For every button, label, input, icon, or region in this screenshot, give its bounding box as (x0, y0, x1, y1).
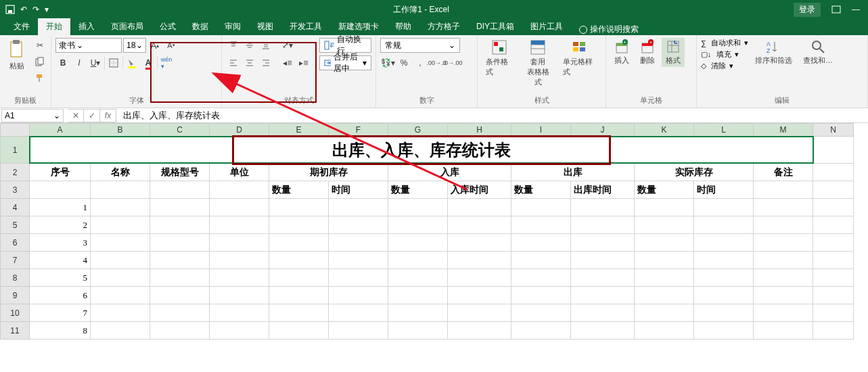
undo-icon[interactable]: ↶ (20, 5, 27, 14)
cell[interactable] (635, 287, 694, 304)
cell[interactable] (210, 322, 269, 340)
cell[interactable] (388, 199, 448, 216)
cell[interactable] (91, 304, 150, 322)
cell[interactable] (754, 287, 813, 304)
font-name-select[interactable]: 隶书⌄ (55, 38, 122, 53)
col-header[interactable]: L (694, 123, 754, 137)
tab-data[interactable]: 数据 (184, 18, 216, 35)
col-header[interactable]: B (91, 123, 150, 137)
cell[interactable]: 期初库存 (269, 164, 388, 181)
tab-insert[interactable]: 插入 (70, 18, 103, 35)
cell[interactable] (91, 269, 150, 287)
cell[interactable] (388, 269, 448, 287)
cell[interactable]: 1 (30, 199, 91, 216)
cell[interactable] (91, 287, 150, 304)
cell[interactable] (150, 216, 210, 234)
cell[interactable] (754, 234, 813, 252)
cell[interactable] (150, 181, 210, 199)
cell[interactable]: 6 (30, 287, 91, 304)
col-header[interactable]: J (571, 123, 635, 137)
insert-cells-button[interactable]: + 插入 (610, 38, 633, 67)
underline-button[interactable]: U▾ (88, 55, 103, 70)
cell[interactable] (754, 269, 813, 287)
cell[interactable] (571, 287, 635, 304)
cell[interactable] (511, 322, 571, 340)
merge-center-button[interactable]: 合并后居中 ▾ (319, 55, 371, 70)
cell[interactable] (329, 322, 388, 340)
col-header[interactable]: I (511, 123, 571, 137)
cut-button[interactable]: ✂ (32, 38, 47, 53)
cell[interactable] (813, 199, 854, 216)
cell[interactable] (150, 234, 210, 252)
cell[interactable] (329, 304, 388, 322)
cell[interactable] (91, 252, 150, 269)
cell[interactable]: 实际库存 (635, 164, 754, 181)
align-right-button[interactable] (258, 55, 273, 70)
cell[interactable] (813, 304, 854, 322)
border-button[interactable] (106, 55, 121, 70)
tab-ffgz[interactable]: 方方格子 (419, 18, 468, 35)
align-center-button[interactable] (242, 55, 257, 70)
sort-filter-button[interactable]: AZ 排序和筛选 (751, 38, 796, 67)
cell[interactable] (329, 234, 388, 252)
cell[interactable] (269, 252, 329, 269)
align-middle-button[interactable] (242, 38, 257, 53)
format-painter-button[interactable] (32, 70, 47, 85)
chevron-down-icon[interactable]: ▾ (363, 58, 367, 68)
cell[interactable] (91, 322, 150, 340)
cell[interactable]: 备注 (754, 164, 813, 181)
conditional-format-button[interactable]: 条件格式 (482, 38, 518, 78)
cell[interactable] (694, 322, 754, 340)
align-left-button[interactable] (226, 55, 241, 70)
cell[interactable] (754, 216, 813, 234)
fill-button[interactable]: ▢↓ 填充 ▾ (701, 49, 748, 60)
cell[interactable]: 数量 (511, 181, 571, 199)
align-top-button[interactable] (226, 38, 241, 53)
phonetic-button[interactable]: wén▾ (159, 55, 174, 70)
cell[interactable] (329, 216, 388, 234)
cell[interactable] (210, 269, 269, 287)
cell[interactable] (210, 252, 269, 269)
cell[interactable] (813, 181, 854, 199)
cell[interactable]: 名称 (91, 164, 150, 181)
tab-file[interactable]: 文件 (5, 18, 38, 35)
cell[interactable]: 3 (30, 234, 91, 252)
cell[interactable] (511, 234, 571, 252)
cell[interactable] (511, 216, 571, 234)
cell[interactable]: 序号 (30, 164, 91, 181)
tab-pic[interactable]: 图片工具 (522, 18, 571, 35)
cell[interactable] (511, 269, 571, 287)
cell[interactable] (329, 269, 388, 287)
col-header[interactable]: F (329, 123, 388, 137)
cell[interactable]: 5 (30, 269, 91, 287)
cell[interactable] (754, 322, 813, 340)
tab-home[interactable]: 开始 (38, 18, 70, 35)
row-header[interactable]: 3 (0, 181, 30, 199)
paste-button[interactable]: 粘贴 (4, 38, 30, 72)
cell[interactable] (813, 164, 854, 181)
cell[interactable] (571, 252, 635, 269)
row-header[interactable]: 10 (0, 304, 30, 322)
autosum-button[interactable]: ∑ 自动求和 ▾ (701, 38, 748, 48)
chevron-down-icon[interactable]: ⌄ (449, 41, 455, 50)
enter-formula-button[interactable]: ✓ (84, 109, 100, 122)
cell[interactable] (511, 304, 571, 322)
cell[interactable] (635, 322, 694, 340)
cell[interactable] (813, 216, 854, 234)
cell[interactable] (388, 216, 448, 234)
cell[interactable] (448, 234, 511, 252)
decrease-decimal-button[interactable]: .0→.00 (445, 55, 460, 70)
col-header[interactable]: K (635, 123, 694, 137)
cell[interactable]: 数量 (388, 181, 448, 199)
cell[interactable] (694, 199, 754, 216)
cell[interactable] (269, 216, 329, 234)
save-icon[interactable] (5, 5, 15, 14)
tab-view[interactable]: 视图 (249, 18, 281, 35)
col-header[interactable]: C (150, 123, 210, 137)
cell[interactable]: 2 (30, 216, 91, 234)
cell[interactable] (448, 199, 511, 216)
cell[interactable] (329, 252, 388, 269)
cell[interactable] (210, 304, 269, 322)
cell[interactable] (388, 322, 448, 340)
number-format-select[interactable]: 常规⌄ (380, 38, 460, 53)
